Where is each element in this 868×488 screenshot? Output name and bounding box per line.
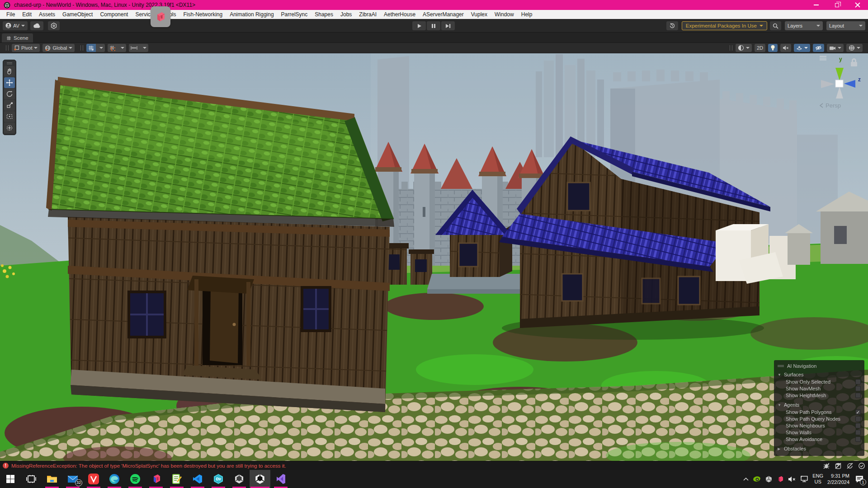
magnet-grid-dropdown[interactable] <box>119 44 126 52</box>
undo-history-button[interactable] <box>666 21 678 30</box>
menu-help[interactable]: Help <box>518 10 536 19</box>
mail-button[interactable]: 32 <box>62 470 83 488</box>
global-toggle[interactable]: Global <box>42 44 75 52</box>
rect-tool[interactable] <box>4 111 15 122</box>
notepad-plus-button[interactable] <box>166 470 187 488</box>
network-tray-icon[interactable] <box>800 475 808 483</box>
edge-button[interactable] <box>104 470 125 488</box>
lighting-toggle[interactable] <box>768 44 778 52</box>
toolbar-drag-handle[interactable] <box>6 45 9 51</box>
dv-hexagon-app-button[interactable]: Dv <box>208 470 229 488</box>
audio-toggle[interactable] <box>780 44 791 52</box>
snap-settings[interactable] <box>129 44 148 52</box>
task-view-button[interactable] <box>21 470 42 488</box>
play-button[interactable] <box>412 21 426 30</box>
unity-tray-icon[interactable] <box>765 475 773 483</box>
scene-visibility-toggle[interactable] <box>813 44 824 52</box>
grid-snap-toggle[interactable] <box>86 44 105 52</box>
obstacles-foldout[interactable]: ▶ Obstacles <box>774 445 864 452</box>
scene-orientation-gizmo[interactable]: y z Persp <box>816 57 866 112</box>
tray-expand-chevron-icon[interactable] <box>743 477 749 481</box>
pivot-toggle[interactable]: Pivot <box>12 44 40 52</box>
panel-drag-handle[interactable] <box>778 364 784 368</box>
pink-cube-tray-icon[interactable] <box>777 475 784 483</box>
spotify-button[interactable] <box>125 470 146 488</box>
2d-toggle[interactable]: 2D <box>755 44 765 52</box>
toolbar-drag-handle[interactable] <box>80 45 83 51</box>
menu-jobs[interactable]: Jobs <box>337 10 355 19</box>
show-neighbours-checkbox[interactable] <box>855 423 861 428</box>
show-only-selected-checkbox[interactable] <box>855 379 861 385</box>
menu-shapes[interactable]: Shapes <box>311 10 337 19</box>
transform-tool[interactable] <box>4 122 15 133</box>
menu-aetherhouse[interactable]: AetherHouse <box>380 10 419 19</box>
unity-hub-button[interactable] <box>229 470 250 488</box>
gizmo-axis-y-label[interactable]: y <box>839 56 842 62</box>
show-walls-checkbox[interactable] <box>855 430 861 435</box>
agents-foldout[interactable]: ▼ Agents <box>774 401 864 408</box>
error-message[interactable]: MissingReferenceException: The object of… <box>11 463 286 469</box>
move-tool[interactable] <box>4 77 15 88</box>
settings-button[interactable] <box>48 21 60 30</box>
vscode-button[interactable] <box>187 470 208 488</box>
menu-window[interactable]: Window <box>491 10 518 19</box>
effects-dropdown[interactable] <box>794 44 810 52</box>
minimize-button[interactable] <box>806 0 826 10</box>
clock[interactable]: 9:31 PM 2/22/2024 <box>827 473 849 485</box>
scale-tool[interactable] <box>4 100 15 111</box>
menu-parrelsync[interactable]: ParrelSync <box>278 10 311 19</box>
pause-button[interactable] <box>427 21 440 30</box>
scene-3d-render[interactable] <box>0 53 868 461</box>
scene-tab[interactable]: Scene <box>2 33 33 42</box>
volume-muted-tray-icon[interactable] <box>788 476 796 483</box>
view-hand-tool[interactable] <box>4 66 15 77</box>
menu-aservermanager[interactable]: AServerManager <box>419 10 467 19</box>
show-path-query-nodes-checkbox[interactable] <box>855 416 861 422</box>
show-heightmesh-checkbox[interactable] <box>855 393 861 398</box>
cloud-button[interactable] <box>30 21 43 30</box>
show-navmesh-checkbox[interactable] <box>855 386 861 391</box>
scene-viewport[interactable]: y z Persp AI Navigation ▼ Surfaces Show … <box>0 53 868 461</box>
file-explorer-button[interactable] <box>42 470 62 488</box>
vivaldi-button[interactable] <box>83 470 104 488</box>
restore-button[interactable] <box>826 0 847 10</box>
projection-indicator[interactable]: Persp <box>819 102 841 109</box>
gizmo-axis-z-label[interactable]: z <box>858 76 861 83</box>
toolbar-drag-handle[interactable] <box>730 45 732 51</box>
close-button[interactable] <box>847 0 868 10</box>
auto-refresh-off-icon[interactable] <box>846 462 854 469</box>
surfaces-foldout[interactable]: ▼ Surfaces <box>774 371 864 378</box>
menu-animation-rigging[interactable]: Animation Rigging <box>226 10 277 19</box>
draw-mode-dropdown[interactable] <box>736 44 752 52</box>
notification-center-button[interactable]: 1 <box>854 473 865 485</box>
menu-file[interactable]: File <box>3 10 19 19</box>
window-title-bar[interactable]: chased-urp - NewWorld - Windows, Mac, Li… <box>0 0 868 10</box>
grid-snap-dropdown[interactable] <box>98 44 105 52</box>
cache-server-disconnected-icon[interactable] <box>835 462 842 469</box>
menu-gameobject[interactable]: GameObject <box>59 10 96 19</box>
search-button[interactable] <box>770 21 781 30</box>
console-status-bar[interactable]: ! MissingReferenceException: The object … <box>0 461 868 470</box>
camera-dropdown[interactable] <box>827 44 844 52</box>
experimental-packages-dropdown[interactable]: Experimental Packages In Use <box>682 21 767 30</box>
ai-navigation-header[interactable]: AI Navigation <box>774 362 864 371</box>
menu-assets[interactable]: Assets <box>35 10 59 19</box>
snap-dropdown[interactable] <box>141 44 148 52</box>
snap-increment-toggle[interactable] <box>108 44 126 52</box>
language-indicator[interactable]: ENG US <box>812 473 823 485</box>
show-path-polygons-checkbox[interactable]: ✓ <box>855 409 861 415</box>
show-avoidance-checkbox[interactable] <box>855 436 861 442</box>
geforce-tray-icon[interactable] <box>753 475 761 483</box>
layers-dropdown[interactable]: Layers <box>785 21 823 30</box>
menu-component[interactable]: Component <box>96 10 132 19</box>
step-button[interactable] <box>441 21 455 30</box>
progress-check-icon[interactable] <box>858 462 865 469</box>
menu-vuplex[interactable]: Vuplex <box>467 10 491 19</box>
account-dropdown[interactable]: AV <box>3 21 28 30</box>
pink-cube-app-button[interactable] <box>146 470 166 488</box>
unity-editor-button[interactable] <box>250 470 270 488</box>
layout-dropdown[interactable]: Layout <box>826 21 865 30</box>
menu-zibraai[interactable]: ZibraAI <box>355 10 380 19</box>
palette-drag-handle[interactable] <box>4 61 15 65</box>
menu-edit[interactable]: Edit <box>19 10 35 19</box>
